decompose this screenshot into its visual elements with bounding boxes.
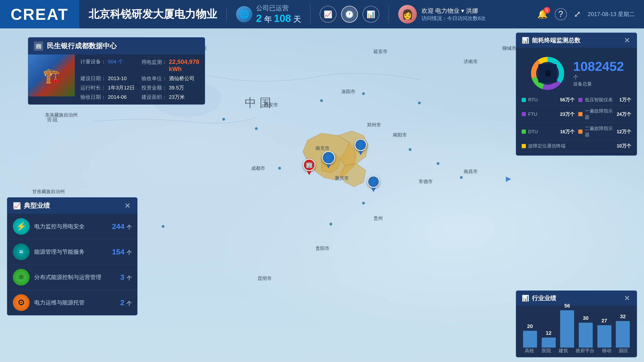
clock-button[interactable]: 🕐: [341, 6, 358, 22]
industry-title-area: 📊 行业业绩: [522, 294, 556, 302]
energy-item-fault1: 一遍故障指示器 24万个: [576, 106, 633, 123]
scroll-indicator[interactable]: ▶: [506, 174, 511, 183]
bar-value-gaoxiao: 20: [527, 323, 533, 330]
low-voltage-label: 低压智能仪表: [585, 97, 617, 103]
bar-label-yiyuan: 医院: [542, 348, 551, 355]
build-date-row: 建设日期： 2013-10: [80, 75, 137, 82]
acceptance-date-label: 验收日期：: [80, 94, 106, 101]
user-welcome[interactable]: 欢迎 电力物业 ▾ 洪娜: [422, 7, 486, 15]
acceptance-date-row: 验收日期： 2014-06: [80, 94, 137, 101]
header: CREAT 北京科锐研发大厦电力物业 🌐 公司已运营 2 年 108 天 📈 🕐…: [0, 0, 644, 28]
performance-items: ⚡ 电力监控与用电安全 244 个 ≈ 能源管理与节能服务 154 个 ⚛ 分布…: [7, 214, 137, 315]
perf-label-ops: 电力运维与能源托管: [34, 299, 116, 306]
location-image: 🏗️: [28, 54, 75, 96]
location-title: 民生银行成都数据中心: [47, 41, 117, 51]
location-card-header: 🏢 民生银行成都数据中心: [28, 38, 205, 54]
low-voltage-value: 1万个: [619, 97, 631, 103]
map-pin-1[interactable]: 👤: [361, 155, 373, 172]
bar-label-yidong: 移动: [602, 348, 612, 355]
industry-close-button[interactable]: ✕: [623, 294, 631, 302]
performance-title-area: 📈 典型业绩: [13, 201, 50, 210]
notification-badge: 5: [544, 7, 550, 14]
user-info: 欢迎 电力物业 ▾ 洪娜 访问情况：今日访问次数6次: [422, 7, 486, 22]
logo: CREAT: [10, 5, 68, 23]
acceptance-unit-label: 验收单位：: [142, 75, 167, 82]
fault-loc-dot: [522, 144, 526, 148]
header-running: 🌐 公司已运营 2 年 108 天: [227, 4, 310, 25]
bar-label-zhengfu: 政府平台: [576, 348, 594, 355]
logo-area: CREAT: [0, 0, 79, 28]
avatar: 👩: [398, 5, 417, 24]
perf-label-power: 电力监控与用电安全: [34, 223, 108, 230]
acceptance-unit-value: 酒仙桥公司: [169, 75, 194, 82]
fault2-dot: [578, 130, 582, 134]
bar-label-yuanqu: 园区: [619, 348, 628, 355]
performance-title: 典型业绩: [24, 201, 50, 210]
running-label: 公司已运营: [256, 4, 301, 12]
energy-close-button[interactable]: ✕: [623, 36, 631, 44]
energy-item-low-voltage: 低压智能仪表 1万个: [576, 94, 633, 106]
bar-fill-gaoxiao: [523, 331, 537, 348]
map-pin-3[interactable]: 👤: [374, 192, 386, 208]
power-row: 用电监测： 22,504,978 kWh: [142, 58, 199, 73]
bar-label-jianzhu: 建筑: [559, 348, 568, 355]
performance-header: 📈 典型业绩 ✕: [7, 198, 137, 214]
equipment-row: 计量设备： 504 个: [80, 58, 137, 73]
header-user-area: 👩 欢迎 电力物业 ▾ 洪娜 访问情况：今日访问次数6次: [389, 5, 495, 24]
low-voltage-dot: [578, 98, 582, 102]
perf-count-energy: 154 个: [112, 248, 132, 256]
dtu-label: DTU: [528, 129, 558, 134]
energy-title-area: 📊 能耗终端监测总数: [522, 36, 580, 44]
bar-item-jianzhu: 56: [558, 303, 576, 348]
energy-number: 1082452 个 设备总量: [573, 60, 624, 87]
build-area-value: 23万米: [169, 94, 185, 101]
header-nav-icons: 📈 🕐 📊: [310, 6, 389, 22]
map-pin-2[interactable]: 👤: [328, 168, 342, 186]
performance-card: 📈 典型业绩 ✕ ⚡ 电力监控与用电安全 244 个 ≈ 能源管理与节能服务 1…: [7, 197, 138, 316]
header-datetime: 2017-08-13 星期二: [588, 10, 635, 18]
performance-item-distributed: ⚛ 分布式能源控制与运营管理 3 个: [7, 265, 137, 290]
run-time-value: 1年3月12日: [108, 84, 135, 91]
fault1-label: 一遍故障指示器: [585, 108, 614, 120]
running-duration: 2 年 108 天: [256, 12, 301, 25]
notification-button[interactable]: 🔔 5: [537, 9, 548, 19]
perf-count-ops: 2 个: [120, 298, 132, 307]
industry-bars: 20 12 56 30 27 32: [516, 306, 637, 348]
fault1-value: 24万个: [617, 111, 631, 118]
bar-chart-button[interactable]: 📊: [362, 6, 379, 22]
fault2-value: 12万个: [617, 128, 631, 135]
running-text: 公司已运营 2 年 108 天: [256, 4, 301, 25]
rtu-label: RTU: [528, 97, 558, 102]
energy-item-rtu: RTU 56万个: [520, 94, 576, 106]
perf-label-distributed: 分布式能源控制与运营管理: [34, 274, 116, 281]
investment-row: 投资金额： 39.5万: [142, 84, 199, 91]
energy-total-number: 1082452: [573, 60, 624, 73]
investment-value: 39.5万: [169, 84, 184, 91]
fullscreen-button[interactable]: ⤢: [574, 9, 581, 19]
perf-count-power: 244 个: [112, 222, 132, 231]
energy-item-ftu: FTU 23万个: [520, 106, 576, 123]
location-info: 计量设备： 504 个 用电监测： 22,504,978 kWh 建设日期： 2…: [75, 54, 205, 104]
distributed-icon: ⚛: [13, 269, 30, 286]
performance-close-button[interactable]: ✕: [123, 202, 132, 210]
industry-title: 行业业绩: [532, 294, 556, 302]
rtu-dot: [522, 98, 526, 102]
industry-labels: 高校 医院 建筑 政府平台 移动 园区: [516, 348, 637, 357]
energy-total-label: 设备总量: [573, 81, 592, 87]
header-title: 北京科锐研发大厦电力物业: [79, 7, 227, 22]
map-pin-chengdu[interactable]: 🏢: [309, 175, 321, 192]
power-icon: ⚡: [13, 218, 30, 235]
acceptance-date-value: 2014-06: [108, 94, 127, 100]
bar-label-gaoxiao: 高校: [525, 348, 534, 355]
bar-fill-yuanqu: [616, 321, 630, 348]
industry-chart: 20 12 56 30 27 32: [516, 306, 637, 357]
bar-fill-jianzhu: [560, 310, 574, 348]
build-date-value: 2013-10: [108, 76, 127, 82]
ftu-dot: [522, 112, 526, 116]
bar-value-zhengfu: 30: [583, 315, 588, 321]
bar-fill-yiyuan: [542, 338, 556, 348]
help-button[interactable]: ?: [555, 8, 567, 20]
bar-fill-zhengfu: [579, 323, 593, 348]
energy-donut-chart: 🖥: [529, 55, 566, 92]
trend-chart-button[interactable]: 📈: [320, 6, 336, 22]
